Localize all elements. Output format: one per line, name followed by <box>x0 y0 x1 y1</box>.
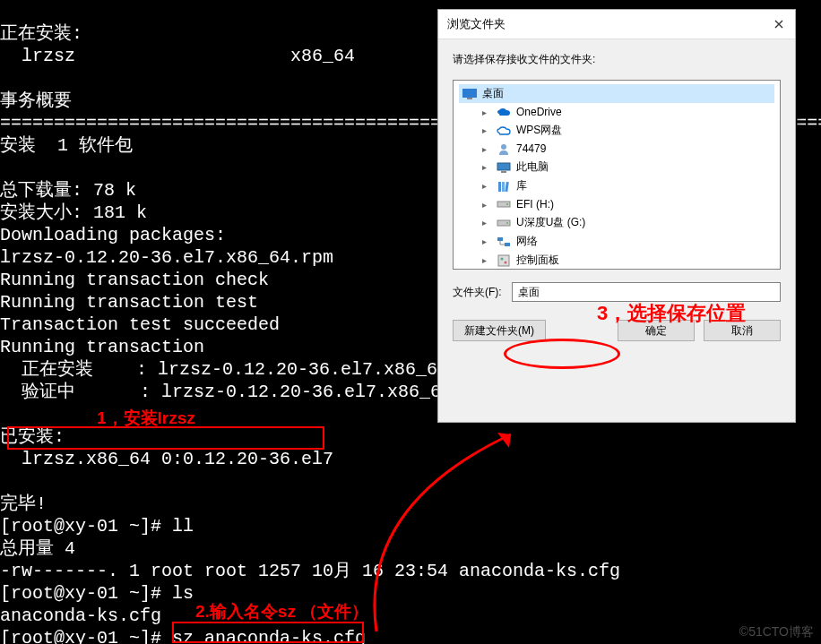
pc-icon <box>497 160 511 175</box>
tree-item-label: WPS网盘 <box>516 123 562 138</box>
network-icon <box>497 235 511 249</box>
dialog-titlebar: 浏览文件夹 <box>438 10 795 39</box>
tree-item-user[interactable]: ▸ 74479 <box>479 140 774 158</box>
line: [root@xy-01 ~]# ll <box>0 516 194 537</box>
svg-rect-13 <box>505 243 510 246</box>
line: Downloading packages: <box>0 225 226 245</box>
svg-point-9 <box>506 203 508 205</box>
desktop-icon <box>462 87 477 101</box>
line: Transaction test succeeded <box>0 314 280 335</box>
tree-item-label: 库 <box>516 178 527 193</box>
line: 正在安装 : lrzsz-0.12.20-36.el7.x86_6 <box>0 359 437 380</box>
tree-item-label: EFI (H:) <box>516 198 554 210</box>
line: lrzsz.x86_64 0:0.12.20-36.el7 <box>0 449 333 469</box>
annotation-1: 1，安装lrzsz <box>97 407 195 430</box>
tree-item-label: 此电脑 <box>516 159 549 175</box>
svg-point-2 <box>501 144 506 150</box>
svg-rect-12 <box>497 237 503 241</box>
drive-icon <box>497 216 511 230</box>
folder-tree[interactable]: 桌面 ▸ OneDrive ▸ WPS网盘 ▸ 74479 <box>453 80 781 270</box>
line: 安装大小: 181 k <box>0 202 147 223</box>
tree-item-control-panel[interactable]: ▸ 控制面板 <box>479 251 774 270</box>
annotation-2: 2.输入名令sz （文件） <box>195 600 368 623</box>
line: lrzsz x86_64 <box>0 46 355 66</box>
chevron-right-icon: ▸ <box>482 181 491 191</box>
chevron-right-icon: ▸ <box>482 236 491 246</box>
svg-rect-4 <box>501 171 506 173</box>
onedrive-icon <box>497 105 511 119</box>
svg-rect-6 <box>502 182 505 192</box>
close-icon[interactable] <box>766 15 791 33</box>
svg-rect-7 <box>505 181 509 191</box>
line: 总用量 4 <box>0 538 75 559</box>
tree-item-label: OneDrive <box>516 106 562 118</box>
line: 总下载量: 78 k <box>0 180 136 201</box>
chevron-right-icon: ▸ <box>482 218 491 228</box>
svg-rect-1 <box>467 98 472 99</box>
user-icon <box>497 142 511 156</box>
tree-root-desktop[interactable]: 桌面 <box>459 84 774 103</box>
tree-item-network[interactable]: ▸ 网络 <box>479 232 774 251</box>
browse-folder-dialog: 浏览文件夹 请选择保存接收文件的文件夹: 桌面 ▸ OneDrive ▸ <box>437 9 796 423</box>
watermark: ©51CTO博客 <box>739 624 814 640</box>
line: Running transaction check <box>0 270 269 290</box>
svg-point-15 <box>501 257 504 260</box>
new-folder-button[interactable]: 新建文件夹(M) <box>453 320 546 341</box>
svg-rect-14 <box>498 255 509 266</box>
folder-field-label: 文件夹(F): <box>453 285 506 300</box>
chevron-right-icon: ▸ <box>482 255 491 265</box>
line: 事务概要 <box>0 90 72 111</box>
tree-item-label: 网络 <box>516 234 538 249</box>
svg-rect-3 <box>497 163 510 170</box>
tree-item-onedrive[interactable]: ▸ OneDrive <box>479 103 774 121</box>
tree-item-label: U深度U盘 (G:) <box>516 215 585 230</box>
line: lrzsz-0.12.20-36.el7.x86_64.rpm <box>0 247 333 268</box>
chevron-right-icon: ▸ <box>482 144 491 154</box>
folder-name-input[interactable] <box>512 282 781 302</box>
wps-icon <box>497 124 511 138</box>
tree-item-this-pc[interactable]: ▸ 此电脑 <box>479 158 774 176</box>
annotation-3: 3，选择保存位置 <box>597 300 746 327</box>
chevron-right-icon: ▸ <box>482 162 491 172</box>
line: [root@xy-01 ~]# ls <box>0 583 194 604</box>
tree-item-label: 74479 <box>516 142 546 155</box>
chevron-right-icon: ▸ <box>482 107 491 117</box>
svg-rect-5 <box>498 182 501 192</box>
line: Running transaction <box>0 337 204 357</box>
tree-item-libraries[interactable]: ▸ 库 <box>479 176 774 195</box>
highlight-box-sz-command <box>172 622 364 643</box>
tree-item-usb-drive[interactable]: ▸ U深度U盘 (G:) <box>479 213 774 232</box>
svg-rect-0 <box>462 89 477 98</box>
dialog-prompt: 请选择保存接收文件的文件夹: <box>453 52 781 67</box>
svg-point-11 <box>506 222 508 224</box>
library-icon <box>497 179 511 193</box>
control-panel-icon <box>497 253 511 268</box>
tree-item-wps[interactable]: ▸ WPS网盘 <box>479 121 774 140</box>
svg-point-16 <box>505 261 507 263</box>
chevron-right-icon: ▸ <box>482 200 491 210</box>
line: Running transaction test <box>0 292 258 313</box>
chevron-right-icon: ▸ <box>482 125 491 135</box>
dialog-title: 浏览文件夹 <box>447 16 506 32</box>
tree-item-label: 桌面 <box>482 86 504 101</box>
tree-item-efi-drive[interactable]: ▸ EFI (H:) <box>479 195 774 213</box>
line: anaconda-ks.cfg <box>0 605 161 626</box>
tree-item-label: 控制面板 <box>516 253 559 268</box>
line: 安装 1 软件包 <box>0 135 133 156</box>
line: -rw-------. 1 root root 1257 10月 16 23:5… <box>0 561 620 581</box>
drive-icon <box>497 197 511 211</box>
line: 正在安装: <box>0 23 82 44</box>
line: 完毕! <box>0 494 47 514</box>
line: 验证中 : lrzsz-0.12.20-36.el7.x86_6 <box>0 382 441 402</box>
